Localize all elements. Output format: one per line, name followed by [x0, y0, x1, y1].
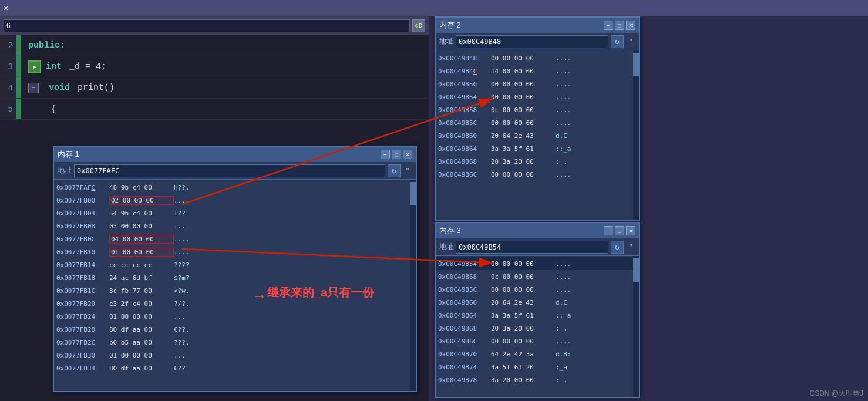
mem1-addr-8: 0x0077FB1C: [56, 287, 109, 295]
mem2-chars-2: ....: [556, 80, 571, 88]
mem1-bytes-9: e3 2f c4 00: [109, 300, 174, 308]
mem3-row-6: 0x00C49B6C 00 00 00 00 ....: [436, 335, 639, 348]
mem2-bytes-5: 00 00 00 00: [491, 119, 556, 127]
mem1-addr-6: 0x0077FB14: [56, 261, 109, 269]
mem2-content: 0x00C49B48 00 00 00 00 .... 0x00C49B4C 1…: [436, 50, 639, 182]
mem1-addr-label: 地址: [58, 166, 72, 176]
mem1-bytes-0: 48 9b c4 00: [109, 184, 174, 191]
mem2-row-3: 0x00C49B54 00 00 00 00 ....: [436, 90, 639, 103]
mem3-bytes-6: 00 00 00 00: [491, 338, 556, 345]
line-gutter-4: [16, 77, 21, 98]
mem1-addr-9: 0x0077FB20: [56, 300, 109, 308]
code-area: 2 public: 3 ▶ int _d = 4; 4 −: [0, 35, 429, 120]
mem2-addr-input[interactable]: [456, 35, 608, 48]
mem3-addr-input[interactable]: [456, 241, 608, 254]
mem3-addr-6: 0x00C49B6C: [438, 338, 491, 345]
mem3-chars-9: : .: [556, 376, 567, 384]
mem1-bytes-13: 01 00 00 00: [109, 352, 174, 359]
mem2-scrollbar[interactable]: [633, 50, 639, 220]
mem3-bytes-8: 3a 5f 61 20: [491, 363, 556, 371]
mem3-row-3: 0x00C49B60 20 64 2e 43 d.C: [436, 296, 639, 309]
mem1-bytes-1: 02 00 00 00: [109, 196, 174, 205]
mem2-chars-6: d.C: [556, 132, 567, 140]
mem1-more-btn[interactable]: ": [403, 164, 412, 177]
mem1-chars-8: <?w.: [174, 287, 190, 295]
mem3-restore-btn[interactable]: □: [615, 226, 624, 235]
mem1-row-9: 0x0077FB20 e3 2f c4 00 ?/?.: [54, 297, 416, 310]
mem1-addr-input[interactable]: [74, 164, 385, 177]
mem1-chars-12: ???.: [174, 339, 190, 346]
mem1-controls: − □ ✕: [381, 150, 412, 159]
mem2-chars-9: ....: [556, 171, 571, 178]
mem2-row-0: 0x00C49B48 00 00 00 00 ....: [436, 52, 639, 65]
mem1-bytes-11: 80 df aa 00: [109, 326, 174, 333]
mem3-row-1: 0x00C49B58 0c 00 00 00 ....: [436, 270, 639, 283]
settings-icon[interactable]: ⚙ D: [412, 19, 425, 32]
mem1-bytes-2: 54 9b c4 00: [109, 210, 174, 217]
mem2-restore-btn[interactable]: □: [615, 21, 624, 30]
mem3-scrollbar-thumb[interactable]: [633, 258, 639, 282]
mem3-chars-1: ....: [556, 273, 571, 281]
editor-addr-input[interactable]: [4, 19, 410, 32]
mem1-addr-2: 0x0077FB04: [56, 210, 109, 217]
mem1-chars-7: $?m?: [174, 274, 190, 282]
mem2-bytes-1: 14 00 00 00: [491, 68, 556, 75]
mem2-titlebar: 内存 2 − □ ✕: [436, 18, 639, 33]
mem2-row-8: 0x00C49B68 20 3a 20 00 : .: [436, 155, 639, 168]
mem2-bytes-7: 3a 3a 5f 61: [491, 145, 556, 153]
close-button[interactable]: ✕: [4, 3, 8, 13]
mem3-row-0: 0x00C49B54 00 00 00 00 ....: [436, 257, 639, 270]
collapse-button[interactable]: −: [28, 83, 39, 93]
mem2-title: 内存 2: [439, 20, 461, 31]
mem3-bytes-5: 20 3a 20 00: [491, 325, 556, 332]
keyword-public: public:: [28, 41, 65, 50]
mem1-scrollbar[interactable]: [410, 180, 416, 391]
line-num-2: 2: [0, 35, 16, 56]
mem1-addr-10: 0x0077FB24: [56, 313, 109, 321]
mem2-minimize-btn[interactable]: −: [604, 21, 613, 30]
mem1-chars-3: ...: [174, 223, 186, 230]
line-content-3: ▶ int _d = 4;: [21, 56, 106, 77]
mem2-addr-label: 地址: [439, 36, 453, 46]
mem3-refresh-btn[interactable]: ↻: [611, 241, 624, 254]
mem3-more-btn[interactable]: ": [626, 241, 635, 254]
mem3-chars-6: ....: [556, 338, 571, 345]
mem1-restore-btn[interactable]: □: [392, 150, 401, 159]
line-num-3: 3: [0, 56, 16, 77]
mem3-bytes-7: 64 2e 42 3a: [491, 351, 556, 358]
line-gutter-3: [16, 56, 21, 77]
mem3-minimize-btn[interactable]: −: [604, 226, 613, 235]
mem2-addr-7: 0x00C49B64: [438, 145, 491, 153]
mem2-row-4: 0x00C49B58 0c 00 00 00 ....: [436, 103, 639, 116]
mem3-bytes-0: 00 00 00 00: [491, 260, 556, 268]
mem2-addr-8: 0x00C49B68: [438, 158, 491, 166]
mem3-scrollbar[interactable]: [633, 256, 639, 397]
mem2-close-btn[interactable]: ✕: [626, 21, 635, 30]
mem1-refresh-btn[interactable]: ↻: [388, 164, 401, 177]
mem3-addr-2: 0x00C49B5C: [438, 286, 491, 294]
mem2-addr-3: 0x00C49B54: [438, 93, 491, 101]
mem2-scrollbar-thumb[interactable]: [633, 53, 639, 76]
code-int: int: [46, 62, 62, 72]
mem2-refresh-btn[interactable]: ↻: [611, 35, 624, 48]
mem1-title: 内存 1: [58, 149, 79, 160]
mem1-bytes-8: 3c fb 77 00: [109, 287, 174, 295]
watermark: CSDN @大理寺J: [809, 389, 863, 399]
mem1-minimize-btn[interactable]: −: [381, 150, 390, 159]
code-func: print(): [72, 83, 115, 93]
code-line-5: 5 {: [0, 99, 429, 120]
top-bar: ✕: [0, 0, 868, 16]
mem3-addr-bar: 地址 ↻ ": [436, 238, 639, 256]
mem1-chars-4: ....: [174, 235, 190, 243]
mem2-more-btn[interactable]: ": [626, 35, 635, 48]
mem1-scrollbar-thumb[interactable]: [410, 182, 416, 205]
mem1-row-14: 0x0077FB34 80 df aa 00 €??: [54, 362, 416, 375]
mem3-addr-5: 0x00C49B68: [438, 325, 491, 332]
mem3-chars-3: d.C: [556, 299, 567, 306]
play-button[interactable]: ▶: [28, 60, 41, 73]
mem1-addr-11: 0x0077FB28: [56, 326, 109, 333]
mem3-close-btn[interactable]: ✕: [626, 226, 635, 235]
mem2-row-9: 0x00C49B6C 00 00 00 00 ....: [436, 168, 639, 181]
mem1-close-btn[interactable]: ✕: [403, 150, 412, 159]
mem1-row-13: 0x0077FB30 01 00 00 00 ...: [54, 349, 416, 362]
